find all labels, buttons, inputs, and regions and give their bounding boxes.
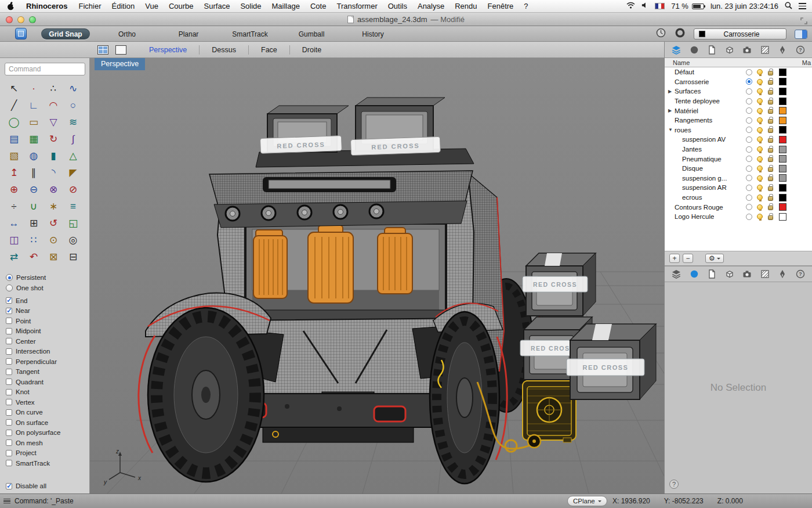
osnap-midpoint[interactable]: Midpoint bbox=[6, 326, 89, 337]
menu-item-courbe[interactable]: Courbe bbox=[164, 0, 199, 13]
osnap-mode-persistent[interactable]: Persistent bbox=[6, 272, 89, 283]
checkbox[interactable] bbox=[6, 369, 12, 375]
window-titlebar[interactable]: assemblage_24.3dm — Modifié bbox=[0, 13, 812, 26]
perspective-viewport[interactable]: Perspective bbox=[90, 58, 664, 493]
layer-row[interactable]: Carrosserie bbox=[665, 77, 812, 87]
command-input[interactable] bbox=[5, 63, 85, 75]
osnap-on-surface[interactable]: On surface bbox=[6, 417, 89, 428]
layer-current-radio[interactable] bbox=[746, 136, 752, 143]
checkbox[interactable] bbox=[6, 318, 12, 324]
layer-name[interactable]: Rangements bbox=[675, 117, 712, 124]
layer-name[interactable]: suspension g... bbox=[682, 175, 727, 182]
radio-button[interactable] bbox=[6, 284, 13, 291]
osnap-center[interactable]: Center bbox=[6, 336, 89, 347]
properties-panel-tab-icon[interactable] bbox=[688, 268, 700, 280]
lock-tool-icon[interactable]: ⊠ bbox=[44, 248, 63, 265]
crate-right[interactable]: RED CROSS bbox=[567, 324, 656, 399]
layer-lock-icon[interactable] bbox=[768, 148, 773, 153]
toolbar-group-icon[interactable] bbox=[15, 28, 27, 39]
layer-current-radio[interactable] bbox=[746, 185, 752, 191]
layer-row[interactable]: suspension AR bbox=[665, 183, 812, 193]
layer-current-radio[interactable] bbox=[746, 214, 752, 220]
split-tool-icon[interactable]: ÷ bbox=[4, 198, 24, 215]
osnap-project[interactable]: Project bbox=[6, 448, 89, 459]
undo-tool-icon[interactable]: ↶ bbox=[24, 248, 44, 265]
record-history-icon[interactable] bbox=[655, 27, 666, 41]
circle-tool-icon[interactable]: ○ bbox=[63, 97, 83, 114]
osnap-mode-one-shot[interactable]: One shot bbox=[6, 283, 89, 293]
supply-crates[interactable]: RED CROSS RED CROSS bbox=[520, 253, 656, 399]
apple-menu-icon[interactable] bbox=[0, 2, 20, 10]
layer-row[interactable]: suspension g... bbox=[665, 174, 812, 183]
menu-item-transformer[interactable]: Transformer bbox=[331, 0, 382, 13]
layer-lock-icon[interactable] bbox=[768, 176, 773, 181]
layer-current-radio[interactable] bbox=[746, 98, 752, 105]
boolean-union-tool-icon[interactable]: ⊕ bbox=[4, 181, 24, 198]
viewport-tab-dessus[interactable]: Dessus bbox=[199, 45, 248, 55]
layer-lock-icon[interactable] bbox=[768, 138, 773, 143]
rotate-tool-icon[interactable]: ↺ bbox=[44, 215, 63, 232]
app-menu-title[interactable]: Rhinoceros bbox=[20, 2, 74, 10]
viewport-tab-face[interactable]: Face bbox=[248, 45, 289, 55]
layer-lock-icon[interactable] bbox=[768, 80, 773, 85]
osnap-vertex[interactable]: Vertex bbox=[6, 397, 89, 408]
panels-toggle-icon[interactable] bbox=[795, 30, 807, 39]
volume-icon[interactable] bbox=[641, 2, 648, 10]
notification-center-icon[interactable] bbox=[799, 3, 806, 9]
cplane-dropdown[interactable]: CPlane bbox=[567, 496, 607, 506]
layer-color-swatch[interactable] bbox=[779, 184, 786, 192]
camera-panel-tab-icon[interactable] bbox=[741, 268, 753, 280]
osnap-smarttrack[interactable]: SmartTrack bbox=[6, 458, 89, 469]
checkbox[interactable] bbox=[6, 419, 12, 426]
polygon-tool-icon[interactable]: ▽ bbox=[44, 114, 63, 131]
menu-item-vue[interactable]: Vue bbox=[140, 0, 164, 13]
checkbox[interactable] bbox=[6, 389, 12, 395]
layer-color-swatch[interactable] bbox=[779, 213, 786, 221]
checkbox[interactable] bbox=[6, 338, 12, 344]
select-tool-icon[interactable]: ↖ bbox=[4, 80, 24, 97]
help-panel-tab-icon[interactable]: ? bbox=[795, 268, 806, 280]
seat-right[interactable] bbox=[378, 228, 412, 294]
point-tool-icon[interactable]: ∙ bbox=[24, 80, 44, 97]
box-panel-tab-icon[interactable] bbox=[724, 44, 735, 56]
layer-color-swatch[interactable] bbox=[779, 88, 786, 95]
revolve-tool-icon[interactable]: ↻ bbox=[44, 131, 63, 147]
layer-color-swatch[interactable] bbox=[779, 107, 786, 114]
cone-tool-icon[interactable]: △ bbox=[63, 147, 83, 164]
layer-name[interactable]: Jantes bbox=[682, 146, 702, 153]
menu-item-analyse[interactable]: Analyse bbox=[412, 0, 449, 13]
box-panel-tab-icon[interactable] bbox=[724, 268, 735, 280]
ellipse-tool-icon[interactable]: ◯ bbox=[4, 114, 24, 131]
layer-lock-icon[interactable] bbox=[768, 100, 773, 105]
layer-name[interactable]: Disque bbox=[682, 165, 703, 172]
viewport-tab-droite[interactable]: Droite bbox=[289, 45, 334, 55]
battery-icon[interactable] bbox=[692, 3, 704, 9]
layer-name[interactable]: Logo Hercule bbox=[675, 213, 714, 220]
checkbox[interactable] bbox=[6, 439, 12, 446]
layer-name[interactable]: Défaut bbox=[675, 69, 694, 75]
toggle-gumball[interactable]: Gumball bbox=[281, 26, 342, 42]
layer-color-swatch[interactable] bbox=[779, 126, 786, 134]
fillet-tool-icon[interactable]: ◝ bbox=[44, 164, 63, 181]
layer-current-radio[interactable] bbox=[746, 107, 752, 114]
layer-row[interactable]: Logo Hercule bbox=[665, 212, 812, 222]
layer-name[interactable]: suspension AR bbox=[682, 184, 727, 191]
checkbox[interactable] bbox=[6, 399, 12, 405]
toggle-grid-snap[interactable]: Grid Snap bbox=[35, 26, 96, 42]
osnap-on-mesh[interactable]: On mesh bbox=[6, 438, 89, 448]
hatch-panel-tab-icon[interactable] bbox=[759, 44, 771, 56]
osnap-point[interactable]: Point bbox=[6, 316, 89, 326]
arc-tool-icon[interactable]: ◠ bbox=[44, 97, 63, 114]
layer-lock-icon[interactable] bbox=[768, 119, 773, 124]
osnap-knot[interactable]: Knot bbox=[6, 387, 89, 398]
box-tool-icon[interactable]: ▧ bbox=[4, 147, 24, 164]
four-viewport-layout-icon[interactable] bbox=[97, 45, 108, 55]
extrude-tool-icon[interactable]: ↥ bbox=[4, 164, 24, 181]
layer-visibility-bulb-icon[interactable] bbox=[757, 108, 763, 114]
layer-current-radio[interactable] bbox=[746, 117, 752, 124]
checkbox[interactable] bbox=[6, 409, 12, 416]
loft-tool-icon[interactable]: ▦ bbox=[24, 131, 44, 147]
checkbox[interactable] bbox=[6, 328, 12, 334]
helix-tool-icon[interactable]: ≋ bbox=[63, 114, 83, 131]
viewport-title-label[interactable]: Perspective bbox=[95, 58, 145, 70]
